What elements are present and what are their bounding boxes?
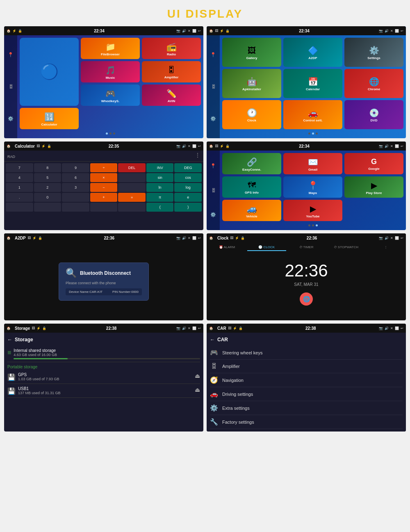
- location-icon-2[interactable]: 📍: [209, 50, 218, 59]
- calc-btn-sub[interactable]: −: [90, 183, 118, 192]
- app-tile-avin[interactable]: ✏️ AVIN: [142, 84, 201, 106]
- equalizer-icon-2[interactable]: 🎛: [209, 82, 218, 91]
- calc-btn-7[interactable]: 7: [6, 163, 33, 172]
- calc-btn-6[interactable]: 6: [62, 173, 89, 182]
- app-tile-calendar[interactable]: 📅 Calendar: [283, 69, 342, 98]
- calc-menu-icon[interactable]: ⋮: [195, 152, 200, 158]
- calc-btn-dot[interactable]: .: [6, 193, 33, 202]
- car-back-btn[interactable]: ←: [210, 337, 215, 342]
- settings-icon-2[interactable]: ⚙️: [209, 114, 218, 123]
- calc-btn-rparen[interactable]: ): [174, 203, 202, 212]
- calc-btn-4[interactable]: 4: [6, 173, 33, 182]
- location-icon-1[interactable]: 📍: [6, 50, 15, 59]
- calc-btn-sin[interactable]: sin: [146, 173, 174, 182]
- app-tile-easyconn[interactable]: 🔗 EasyConne.: [222, 153, 281, 174]
- storage-gps-item[interactable]: 💾 GPS 1.03 GB used of 7.93 GB ⏏: [7, 370, 200, 384]
- app-tile-music[interactable]: 🎵 Music: [81, 61, 140, 82]
- home-icon-3[interactable]: 🏠: [7, 144, 11, 148]
- calc-btn-3[interactable]: 3: [62, 183, 89, 192]
- home-icon-4[interactable]: 🏠: [209, 144, 213, 148]
- home-icon-2[interactable]: 🏠: [209, 29, 213, 33]
- calc-btn-del[interactable]: DEL: [118, 163, 146, 172]
- app-tile-clock[interactable]: 🕐 Clock: [222, 100, 281, 129]
- calc-btn-e[interactable]: e: [174, 193, 202, 202]
- app-tile-gmail[interactable]: ✉️ Gmail: [283, 153, 342, 174]
- storage-usb1-size: 137 MB used of 31.31 GB: [18, 391, 192, 395]
- calc-btn-add[interactable]: +: [90, 193, 118, 202]
- calc-btn-div[interactable]: ÷: [90, 163, 118, 172]
- car-item-steering[interactable]: 🎮 Steering wheel keys: [210, 346, 403, 360]
- storage-gps-size: 1.03 GB used of 7.93 GB: [18, 377, 192, 381]
- screen-4: 🏠 🖼⚡🔒 22:34 📷🔊✕⬜↩ 📍 🎛 ⚙️ 🔗 EasyConne.: [207, 142, 406, 230]
- calc-btn-ln[interactable]: ln: [146, 183, 174, 192]
- calc-btn-8[interactable]: 8: [34, 163, 61, 172]
- app-tile-control-settings[interactable]: 🚗 Control sett.: [283, 100, 342, 129]
- calc-btn-inv[interactable]: INV: [146, 163, 174, 172]
- home-icon-7[interactable]: 🏠: [7, 327, 11, 330]
- calc-btn-0[interactable]: 0: [34, 193, 61, 202]
- app-tile-a2dp[interactable]: 🔷 A2DP: [283, 38, 342, 67]
- storage-usb1-item[interactable]: 💾 USB1 137 MB used of 31.31 GB ⏏: [7, 384, 200, 398]
- calc-btn-mul[interactable]: ×: [90, 173, 118, 182]
- home-icon-8[interactable]: 🏠: [209, 327, 213, 330]
- calc-btn-2[interactable]: 2: [34, 183, 61, 192]
- calc-btn-pi[interactable]: π: [146, 193, 174, 202]
- calc-btn-deg[interactable]: DEG: [174, 163, 202, 172]
- car-item-factory[interactable]: 🔧 Factory settings: [210, 415, 403, 429]
- calc-btn-1[interactable]: 1: [6, 183, 33, 192]
- home-icon-1[interactable]: 🏠: [7, 29, 11, 33]
- calc-btn-empty5: [34, 203, 61, 212]
- app-tile-gallery[interactable]: 🖼 Gallery: [222, 38, 281, 67]
- car-item-extra[interactable]: ⚙️ Extra settings: [210, 401, 403, 415]
- calc-btn-9[interactable]: 9: [62, 163, 89, 172]
- calc-btn-cos[interactable]: cos: [174, 173, 202, 182]
- app-tile-filebrowser[interactable]: 📁 FileBrowser: [81, 38, 140, 59]
- car-item-driving[interactable]: 🚗 Driving settings: [210, 387, 403, 401]
- app-tile-settings[interactable]: ⚙️ Settings: [344, 38, 403, 67]
- tab-clock[interactable]: 🕐 CLOCK: [247, 244, 286, 251]
- equalizer-icon-4[interactable]: 🎛: [209, 186, 218, 195]
- driving-label: Driving settings: [222, 392, 253, 397]
- app-tile-dvd[interactable]: 💿 DVD: [344, 100, 403, 129]
- app-tile-wheelkeys[interactable]: 🎮 WheelkeyS.: [81, 84, 140, 106]
- app-tile-google[interactable]: G Google: [344, 153, 403, 174]
- home-icon-5[interactable]: 🏠: [7, 236, 11, 240]
- clock-fab-button[interactable]: 🌐: [300, 292, 313, 306]
- app-tile-radio[interactable]: 📻 Radio: [142, 38, 201, 59]
- app-tile-maps[interactable]: 📍 Maps: [283, 176, 342, 198]
- car-item-navigation[interactable]: 🧭 Navigation: [210, 373, 403, 387]
- settings-icon-4[interactable]: ⚙️: [209, 210, 218, 219]
- calc-btn-5[interactable]: 5: [34, 173, 61, 182]
- car-item-amplifier[interactable]: 🎛 Amplifier: [210, 360, 403, 373]
- driving-icon: 🚗: [210, 390, 218, 398]
- storage-back-btn[interactable]: ←: [7, 337, 12, 342]
- home-icon-6[interactable]: 🏠: [209, 236, 213, 240]
- equalizer-icon-1[interactable]: 🎛: [6, 82, 15, 91]
- calc-btn-lparen[interactable]: (: [146, 203, 174, 212]
- bt-dialog-title: Bluetooth Disconnect: [80, 270, 131, 276]
- settings-icon-1[interactable]: ⚙️: [6, 114, 15, 123]
- calc-btn-empty6: [62, 203, 89, 212]
- internal-storage-item[interactable]: ≡ Internal shared storage 4.63 GB used o…: [7, 346, 200, 362]
- statusbar-8: 🏠 CAR 🖼⚡🔒 22:38 📷🔊✕⬜↩: [207, 324, 406, 333]
- storage-gps-eject[interactable]: ⏏: [195, 372, 200, 379]
- screen-1: 🏠 ⚡ 🔒 22:34 📷🔊✕⬜↩ 📍 🎛 ⚙️ 🔵: [4, 26, 203, 138]
- clock-menu-icon[interactable]: ⋮: [366, 244, 405, 251]
- calc-btn-log[interactable]: log: [174, 183, 202, 192]
- tab-alarm[interactable]: ⏰ ALARM: [207, 244, 246, 251]
- app-tile-chrome[interactable]: 🌐 Chrome: [344, 69, 403, 98]
- app-tile-bluetooth[interactable]: 🔵: [20, 38, 79, 106]
- app-tile-vehicle[interactable]: 🚙 Vehicle: [222, 200, 281, 221]
- app-tile-playstore[interactable]: ▶ Play Store: [344, 176, 403, 198]
- calc-btn-eq[interactable]: =: [118, 193, 146, 202]
- app-tile-calculator[interactable]: 🔢 Calculator: [20, 108, 79, 129]
- app-tile-apkinstaller[interactable]: 🤖 ApkInstaller: [222, 69, 281, 98]
- app-tile-amplifier[interactable]: 🎛 Amplifier: [142, 61, 201, 82]
- tab-stopwatch[interactable]: ⏱ STOPWATCH: [326, 244, 365, 251]
- location-icon-4[interactable]: 📍: [209, 162, 218, 171]
- grid-container: 🏠 ⚡ 🔒 22:34 📷🔊✕⬜↩ 📍 🎛 ⚙️ 🔵: [0, 26, 410, 436]
- storage-usb1-eject[interactable]: ⏏: [195, 386, 200, 393]
- tab-timer[interactable]: ⏱ TIMER: [287, 244, 326, 251]
- app-tile-gpsinfo[interactable]: 🗺 GPS Info: [222, 176, 281, 198]
- app-tile-youtube[interactable]: ▶ YouTube: [283, 200, 342, 221]
